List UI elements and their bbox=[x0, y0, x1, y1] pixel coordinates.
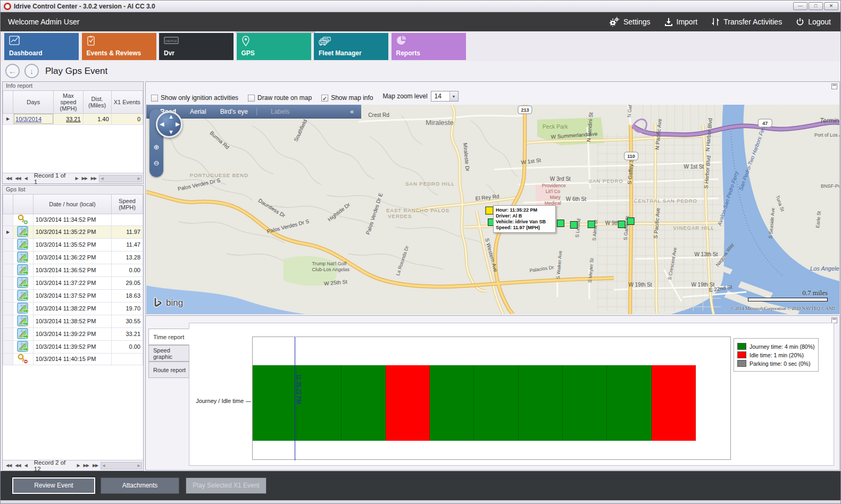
last-record-icon[interactable]: ▶▶ bbox=[90, 176, 97, 181]
horizontal-scrollbar[interactable]: ◀▶ bbox=[101, 462, 142, 469]
gps-row[interactable]: 10/3/2014 11:39:22 PM33.21 bbox=[3, 327, 143, 340]
gps-row[interactable]: 10/3/2014 11:39:52 PM0.00 bbox=[3, 340, 143, 353]
selected-gps-marker[interactable] bbox=[486, 207, 493, 214]
tooltip-line: Hour: 11:35:22 PM bbox=[496, 207, 553, 213]
first-record-icon[interactable]: ◀◀ bbox=[5, 176, 12, 181]
tab-gps[interactable]: GPS bbox=[237, 33, 311, 60]
gps-row[interactable]: 10/3/2014 11:37:22 PM29.05 bbox=[3, 276, 143, 289]
gps-list-table[interactable]: Date / hour (local)Speed (MPH)10/3/2014 … bbox=[3, 195, 143, 365]
column-header[interactable]: Days bbox=[13, 91, 54, 113]
column-header[interactable]: Max speed (MPH) bbox=[54, 91, 83, 113]
gps-date-cell: 10/3/2014 11:36:22 PM bbox=[33, 251, 111, 264]
map-mode-labels[interactable]: Labels bbox=[271, 108, 289, 115]
gps-row[interactable]: 10/3/2014 11:35:52 PM11.47 bbox=[3, 238, 143, 251]
tab-label: Events & Reviews bbox=[87, 49, 156, 57]
app-logo-icon bbox=[4, 3, 11, 10]
gps-speed-cell: 0.00 bbox=[112, 264, 143, 276]
play-selected-x1-event-button: Play Selected X1 Event bbox=[186, 477, 267, 494]
gps-date-cell: 10/3/2014 11:34:52 PM bbox=[33, 214, 111, 225]
prev-page-icon[interactable]: ◀◀ bbox=[14, 463, 21, 468]
pan-up-icon[interactable]: ▲ bbox=[168, 113, 174, 120]
max-speed-cell: 33.21 bbox=[54, 113, 83, 124]
gps-marker[interactable] bbox=[627, 218, 634, 225]
chart-tab-route-report[interactable]: Route report bbox=[148, 362, 189, 378]
tab-events-reviews[interactable]: Events & Reviews bbox=[82, 33, 156, 60]
map-label: W 13th St bbox=[694, 251, 718, 257]
next-record-icon[interactable]: ▶ bbox=[76, 463, 80, 468]
next-page-icon[interactable]: ▶▶ bbox=[81, 176, 88, 181]
gps-row[interactable]: 10/3/2014 11:36:52 PM0.00 bbox=[3, 264, 143, 276]
svg-text:MERGE: MERGE bbox=[165, 39, 178, 43]
column-header[interactable]: Dist. (Miles) bbox=[83, 91, 111, 113]
column-header[interactable]: Date / hour (local) bbox=[33, 195, 111, 214]
tab-dvr[interactable]: MERGEDvr bbox=[159, 33, 234, 60]
chart-tab-time-report[interactable]: Time report bbox=[148, 329, 189, 345]
gps-date-cell: 10/3/2014 11:39:22 PM bbox=[33, 327, 111, 340]
attachments-button[interactable]: Attachments bbox=[101, 477, 179, 494]
pan-right-icon[interactable]: ▶ bbox=[176, 121, 180, 128]
map-zoom-dropdown[interactable]: 14 ▼ bbox=[431, 91, 459, 102]
pan-down-icon[interactable]: ▼ bbox=[168, 129, 174, 135]
gps-row[interactable]: 10/3/2014 11:38:52 PM30.55 bbox=[3, 315, 143, 327]
legend-label: Idle time: 1 min (20%) bbox=[750, 352, 804, 358]
next-page-icon[interactable]: ▶▶ bbox=[82, 463, 90, 468]
chart-tab-speed-graphic[interactable]: Speed graphic bbox=[148, 345, 189, 362]
review-event-button[interactable]: Review Event bbox=[12, 477, 95, 494]
map-pan-compass[interactable]: ▲ ▼ ◀ ▶ bbox=[156, 111, 182, 138]
time-cursor[interactable]: 11:35:22 PM bbox=[295, 337, 295, 460]
checkbox-show-only-ignition-activities[interactable]: Show only ignition activities bbox=[151, 94, 238, 102]
minimize-button[interactable]: — bbox=[793, 2, 807, 10]
gps-marker[interactable] bbox=[557, 220, 564, 227]
settings-button[interactable]: Settings bbox=[609, 17, 651, 27]
pan-left-icon[interactable]: ◀ bbox=[160, 121, 164, 128]
gps-marker[interactable] bbox=[588, 221, 595, 228]
tab-label: Dvr bbox=[164, 49, 234, 57]
gps-marker[interactable] bbox=[618, 221, 625, 228]
prev-record-icon[interactable]: ◀ bbox=[23, 463, 28, 468]
map-canvas[interactable]: Crest RdMiralesteBurma RdSouthfield DrMi… bbox=[146, 105, 839, 314]
gps-row[interactable]: 10/3/2014 11:36:22 PM13.28 bbox=[3, 251, 143, 264]
tab-dashboard[interactable]: Dashboard bbox=[4, 33, 79, 60]
collapse-toolbar-button[interactable]: « bbox=[350, 108, 354, 115]
gps-row[interactable]: 10/3/2014 11:38:22 PM19.70 bbox=[3, 302, 143, 315]
transfer-activities-button[interactable]: Transfer Activities bbox=[711, 18, 782, 26]
horizontal-scrollbar[interactable]: ◀▶ bbox=[99, 175, 142, 182]
column-header[interactable]: X1 Events bbox=[111, 91, 143, 113]
gps-speed-cell: 13.28 bbox=[112, 251, 143, 264]
prev-page-icon[interactable]: ◀◀ bbox=[14, 176, 21, 181]
maximize-button[interactable]: □ bbox=[809, 2, 823, 10]
column-header[interactable]: Speed (MPH) bbox=[112, 195, 143, 214]
map-mode-aerial[interactable]: Aerial bbox=[190, 108, 206, 115]
zoom-out-icon[interactable]: ⊖ bbox=[151, 158, 162, 169]
footer-strip bbox=[1, 500, 840, 504]
next-record-icon[interactable]: ▶ bbox=[74, 176, 79, 181]
gps-row[interactable]: 10/3/2014 11:40:15 PM bbox=[3, 353, 143, 365]
import-button[interactable]: Import bbox=[664, 18, 698, 26]
gps-row[interactable]: ▶10/3/2014 11:35:22 PM11.97 bbox=[3, 225, 143, 238]
day-link[interactable]: 10/3/2014 bbox=[15, 116, 41, 122]
first-record-icon[interactable]: ◀◀ bbox=[5, 463, 12, 468]
legend-swatch bbox=[737, 360, 746, 367]
tab-reports[interactable]: Reports bbox=[392, 33, 466, 60]
gps-marker[interactable] bbox=[570, 222, 577, 229]
gps-list-pager: ◀◀ ◀◀ ◀ Record 2 of 12 ▶ ▶▶ ▶▶ ◀▶ bbox=[3, 460, 143, 471]
info-report-panel: Info report DaysMax speed (MPH)Dist. (Mi… bbox=[2, 81, 144, 184]
checkbox-draw-route-on-map[interactable]: Draw route on map bbox=[248, 94, 312, 102]
prev-record-icon[interactable]: ◀ bbox=[23, 176, 28, 181]
table-row[interactable]: ▶10/3/201433.211.400 bbox=[3, 113, 143, 124]
back-button[interactable]: ← bbox=[5, 64, 20, 78]
logout-button[interactable]: Logout bbox=[796, 18, 831, 26]
close-button[interactable]: ✕ bbox=[824, 2, 838, 10]
gps-row[interactable]: 10/3/2014 11:37:52 PM18.63 bbox=[3, 289, 143, 302]
checkbox-show-map-info[interactable]: ✓Show map info bbox=[321, 94, 373, 102]
info-report-table[interactable]: DaysMax speed (MPH)Dist. (Miles)X1 Event… bbox=[3, 91, 143, 125]
app-window: Idrive Control Center - 3.0.2 version - … bbox=[0, 0, 841, 504]
waypoint-icon bbox=[13, 315, 33, 327]
down-button[interactable]: ↓ bbox=[24, 64, 39, 78]
map-mode-bird-s-eye[interactable]: Bird's eye bbox=[220, 108, 248, 115]
last-record-icon[interactable]: ▶▶ bbox=[91, 463, 99, 468]
tab-fleet-manager[interactable]: Fleet Manager bbox=[314, 33, 388, 60]
bing-logo-text: bing bbox=[166, 298, 183, 308]
zoom-in-icon[interactable]: ⊕ bbox=[151, 142, 162, 153]
gps-row[interactable]: 10/3/2014 11:34:52 PM bbox=[3, 214, 143, 225]
